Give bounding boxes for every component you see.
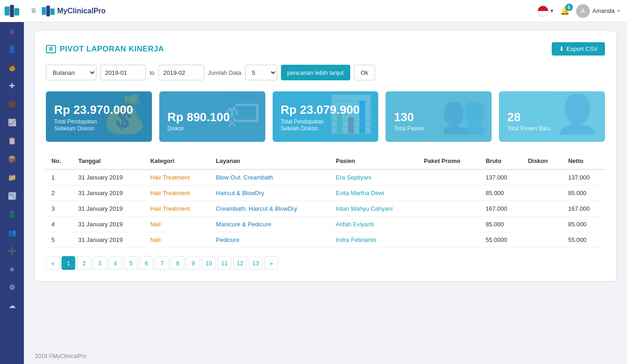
avatar-initials: A	[581, 7, 585, 15]
table-cell	[419, 185, 480, 201]
table-column-header: Kategori	[145, 153, 210, 169]
page-title-container: ⊞ PIVOT LAPORAN KINERJA	[46, 45, 164, 54]
pagination-page-11[interactable]: 11	[218, 256, 231, 270]
stat-value: 28	[507, 111, 597, 124]
pagination-prev[interactable]: «	[46, 256, 60, 270]
pagination-page-12[interactable]: 12	[233, 256, 247, 270]
page-title: PIVOT LAPORAN KINERJA	[60, 45, 164, 54]
stat-card-1: 🏷 Rp 890.100 Diskon	[159, 91, 265, 142]
home-icon[interactable]: ⌂	[8, 22, 17, 40]
table-cell: Manicure & Pedicure	[210, 217, 330, 232]
export-csv-button[interactable]: ⬇ Export CSV	[552, 42, 605, 56]
user-icon[interactable]: 👤	[8, 40, 17, 58]
chart-icon[interactable]: 📈	[8, 113, 17, 132]
svg-rect-4	[46, 6, 50, 16]
pagination-page-3[interactable]: 3	[93, 256, 106, 270]
hamburger-icon[interactable]: ≡	[31, 6, 36, 16]
table-cell: 2	[46, 185, 73, 201]
briefcase-icon[interactable]: 💼	[8, 95, 17, 113]
people-icon[interactable]: 👥	[8, 224, 17, 242]
export-label: Export CSV	[566, 45, 598, 52]
box-icon[interactable]: 📦	[8, 150, 17, 168]
stats-row: 💰 Rp 23.970.000 Total PendapatanSebelum …	[46, 91, 605, 142]
svg-rect-3	[42, 7, 46, 15]
table-cell: Arifah Eviyanti	[330, 217, 418, 232]
pagination-page-6[interactable]: 6	[140, 256, 153, 270]
topbar-brand: MyClinicalPro	[42, 6, 537, 17]
table-cell: 137.000	[563, 169, 605, 185]
plus-icon[interactable]: ➕	[8, 242, 17, 260]
pagination-page-4[interactable]: 4	[108, 256, 122, 270]
flag-dropdown-icon: ▾	[550, 7, 554, 14]
table-row: 231 January 2019Hair TreatmentHaircut & …	[46, 185, 605, 201]
folder-icon[interactable]: 📁	[8, 168, 17, 187]
stat-label: Total Pasien	[394, 125, 483, 133]
username-label: Amanda	[593, 7, 615, 14]
trend-icon[interactable]: 📉	[8, 187, 17, 205]
stat-label: Total Pasien Baru	[507, 125, 597, 133]
medical-icon[interactable]: ✚	[8, 77, 17, 95]
jumlah-select[interactable]: 5102550100	[245, 65, 277, 80]
dollar-icon[interactable]: 💲	[8, 205, 17, 224]
table-column-header: Layanan	[210, 153, 330, 169]
table-cell: Era Septiyani	[330, 169, 418, 185]
to-label: to	[150, 69, 155, 76]
table-cell: 31 January 2019	[73, 185, 145, 201]
person-icon[interactable]: 🧑	[8, 58, 17, 77]
notification-button[interactable]: 🔔 6	[560, 6, 570, 16]
table-wrap: No.TanggalKategoriLayananPasienPaket Pro…	[46, 153, 605, 248]
table-column-header: Pasien	[330, 153, 418, 169]
table-cell: Nail	[145, 232, 210, 248]
table-cell: 167.000	[480, 201, 522, 217]
advanced-search-button[interactable]: pencarian lebih lanjut	[281, 65, 350, 80]
to-date-input[interactable]	[158, 65, 204, 80]
table-column-header: Diskon	[522, 153, 562, 169]
pagination-page-7[interactable]: 7	[155, 256, 169, 270]
table-row: 131 January 2019Hair TreatmentBlow Out, …	[46, 169, 605, 185]
stat-label: Total PendapatanSebelum Diskon	[54, 118, 144, 133]
language-selector[interactable]: ▾	[537, 6, 554, 17]
cloud-icon[interactable]: ☁	[8, 297, 17, 315]
table-cell: Hair Treatment	[145, 169, 210, 185]
stat-value: Rp 890.100	[168, 111, 257, 124]
table-cell: Creambath, Haircut & BlowDry	[210, 201, 330, 217]
list-icon[interactable]: ≡	[8, 260, 17, 278]
gear-icon[interactable]: ⚙	[8, 278, 17, 297]
table-cell: 137.000	[480, 169, 522, 185]
pagination-page-8[interactable]: 8	[171, 256, 185, 270]
clipboard-icon[interactable]: 📋	[8, 132, 17, 150]
table-cell: 31 January 2019	[73, 232, 145, 248]
pagination-page-2[interactable]: 2	[77, 256, 91, 270]
title-icon: ⊞	[46, 45, 56, 53]
table-cell: Haircut & BlowDry	[210, 185, 330, 201]
table-cell: 5	[46, 232, 73, 248]
pagination-page-10[interactable]: 10	[202, 256, 216, 270]
table-cell: Evita Martha Dewi	[330, 185, 418, 201]
table-cell	[419, 169, 480, 185]
table-cell	[522, 169, 562, 185]
stat-card-4: 👤 28 Total Pasien Baru	[499, 91, 605, 142]
table-cell: Hair Treatment	[145, 201, 210, 217]
table-cell: Hair Treatment	[145, 185, 210, 201]
table-cell: 85.000	[480, 217, 522, 232]
table-cell: Nail	[145, 217, 210, 232]
pagination-page-13[interactable]: 13	[249, 256, 263, 270]
table-row: 331 January 2019Hair TreatmentCreambath,…	[46, 201, 605, 217]
pagination-page-9[interactable]: 9	[186, 256, 200, 270]
period-select[interactable]: BulananMingguanTahunan	[46, 65, 96, 80]
ok-button[interactable]: Ok	[354, 65, 375, 80]
pagination-page-5[interactable]: 5	[124, 256, 138, 270]
user-menu-button[interactable]: A Amanda ▾	[576, 4, 620, 18]
pagination-next[interactable]: »	[264, 256, 278, 270]
table-cell	[419, 201, 480, 217]
sidebar-logo	[0, 0, 24, 22]
stat-value: Rp 23.079.900	[281, 103, 370, 117]
table-cell: 167.000	[563, 201, 605, 217]
flag-icon	[537, 6, 549, 17]
table-cell: 85.000	[480, 185, 522, 201]
table-cell: Blow Out, Creambath	[210, 169, 330, 185]
from-date-input[interactable]	[100, 65, 146, 80]
pagination-page-1[interactable]: 1	[62, 256, 75, 270]
topbar: ≡ MyClinicalPro ▾ 🔔 6 A Amanda	[24, 0, 627, 22]
footer: 2019 ©MyClinicalPro	[24, 348, 627, 364]
